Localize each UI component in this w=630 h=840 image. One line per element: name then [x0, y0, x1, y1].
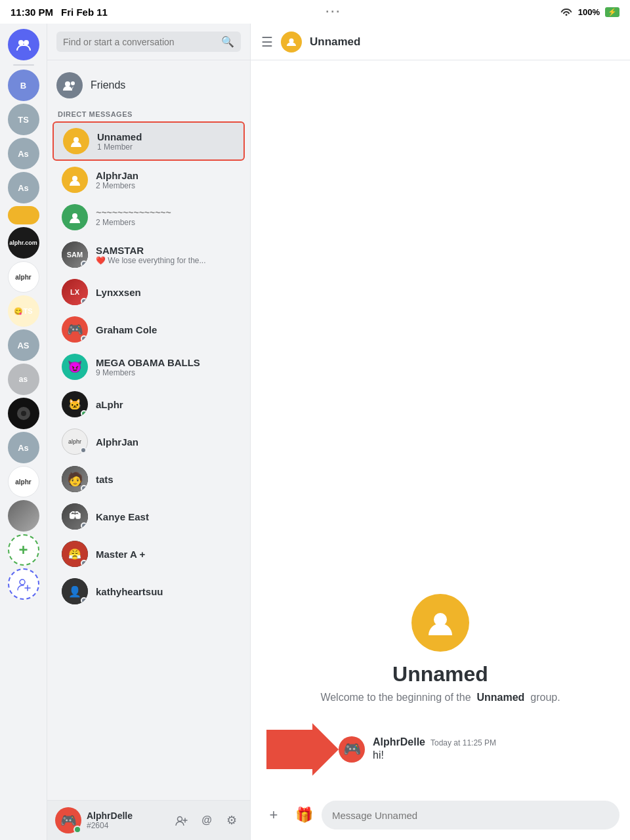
add-attachment-btn[interactable]: + — [261, 803, 286, 828]
dm-item-squiggly[interactable]: ~~~~~~~~~~~~~~ 2 Members — [52, 199, 245, 236]
dm-avatar-alphr: 🐱 — [62, 391, 88, 417]
server-icon-alphr2[interactable]: alphr — [8, 466, 39, 497]
dm-info-lynxxsen: Lynxxsen — [96, 287, 236, 298]
dm-sub-unnamed: 1 Member — [97, 142, 234, 152]
dm-name-unnamed: Unnamed — [97, 131, 234, 142]
dm-name-tats: tats — [96, 474, 236, 485]
server-icon-b[interactable]: B — [8, 70, 39, 101]
dm-sidebar: 🔍 Friends DIRECT MESSAGES — [47, 24, 251, 840]
svg-point-0 — [18, 40, 24, 45]
alphrjan2-offline-dot — [80, 447, 87, 453]
dm-avatar-samstar: SAM — [62, 242, 88, 268]
message-author: AlphrDelle — [373, 736, 425, 748]
sidebar-divider — [13, 64, 34, 66]
status-dots: ··· — [326, 5, 341, 19]
current-user-avatar: 🎮 — [55, 807, 81, 833]
friends-icon — [56, 72, 83, 98]
dm-sub-mega: 9 Members — [96, 368, 236, 377]
chat-welcome: Unnamed Welcome to the beginning of the … — [266, 568, 614, 723]
svg-point-1 — [24, 40, 29, 45]
svg-marker-15 — [266, 723, 339, 776]
chat-welcome-text: Welcome to the beginning of the Unnamed … — [320, 692, 560, 704]
user-friends-btn[interactable] — [171, 810, 192, 831]
dm-item-alphr[interactable]: 🐱 aLphr — [52, 386, 245, 423]
server-icon-emoji-ts[interactable]: 😋TS — [8, 295, 39, 327]
message-input[interactable] — [322, 801, 620, 830]
server-icon-ts[interactable]: TS — [8, 104, 39, 135]
friends-label: Friends — [91, 79, 125, 91]
dm-name-alphr: aLphr — [96, 399, 236, 410]
chat-message: 🎮 AlphrDelle Today at 11:25 PM hi! — [339, 734, 496, 765]
dm-section-header: DIRECT MESSAGES — [47, 105, 250, 121]
user-area: 🎮 AlphrDelle #2604 @ ⚙ — [47, 800, 250, 840]
server-icon-as3[interactable]: AS — [8, 329, 39, 361]
gift-btn[interactable]: 🎁 — [291, 803, 316, 828]
chat-header: ☰ Unnamed — [251, 24, 630, 60]
dm-info-graham: Graham Cole — [96, 324, 236, 335]
user-controls: @ ⚙ — [171, 810, 242, 831]
user-online-dot — [74, 826, 81, 833]
dm-sub-samstar: ❤️ We lose everything for the... — [96, 256, 236, 265]
current-user-info: AlphrDelle #2604 — [87, 810, 166, 830]
dm-item-kathy[interactable]: 👤 kathyheartsuu — [52, 573, 245, 610]
dm-name-mega: MEGA OBAMA BALLS — [96, 357, 236, 368]
user-mention-btn[interactable]: @ — [196, 810, 217, 831]
dm-info-kanye: Kanye East — [96, 511, 236, 522]
dm-avatar-squiggly — [62, 204, 88, 230]
status-date: Fri Feb 11 — [61, 7, 108, 18]
battery-label: 100% — [578, 7, 600, 17]
svg-point-2 — [20, 579, 25, 585]
dm-info-samstar: SAMSTAR ❤️ We lose everything for the... — [96, 245, 236, 265]
dm-item-samstar[interactable]: SAM SAMSTAR ❤️ We lose everything for th… — [52, 236, 245, 273]
server-icon-home[interactable] — [8, 29, 39, 60]
dm-item-mega[interactable]: 😈 MEGA OBAMA BALLS 9 Members — [52, 348, 245, 385]
dm-item-lynxxsen[interactable]: LX Lynxxsen — [52, 274, 245, 310]
dm-name-kathy: kathyheartsuu — [96, 586, 236, 597]
search-bar[interactable]: 🔍 — [56, 32, 241, 52]
app-container: B TS As As alphr.com alphr 😋TS AS as — [0, 24, 630, 840]
hamburger-menu-icon[interactable]: ☰ — [261, 34, 273, 50]
friends-item[interactable]: Friends — [47, 66, 250, 105]
dm-info-unnamed: Unnamed 1 Member — [97, 131, 234, 152]
dm-item-mastera[interactable]: 😤 Master A + — [52, 536, 245, 572]
dm-info-tats: tats — [96, 474, 236, 485]
lynxxsen-offline-dot — [81, 298, 87, 304]
dm-item-alphrjan2[interactable]: alphr AlphrJan — [52, 423, 245, 460]
dm-item-unnamed[interactable]: Unnamed 1 Member — [52, 121, 245, 161]
server-icon-as1[interactable]: As — [8, 138, 39, 169]
message-time: Today at 11:25 PM — [430, 738, 496, 747]
dm-info-alphrjan2: AlphrJan — [96, 436, 236, 448]
dm-avatar-graham: 🎮 — [62, 316, 88, 343]
dm-name-squiggly: ~~~~~~~~~~~~~~ — [96, 207, 236, 218]
server-icon-add[interactable]: + — [8, 534, 39, 566]
red-arrow-icon — [266, 723, 339, 776]
server-icon-as2[interactable]: As — [8, 172, 39, 203]
server-icon-record[interactable] — [8, 398, 39, 429]
graham-offline-dot — [81, 335, 87, 342]
server-sidebar: B TS As As alphr.com alphr 😋TS AS as — [0, 24, 47, 840]
server-icon-photo[interactable] — [8, 500, 39, 532]
server-icon-pill[interactable] — [8, 206, 39, 224]
dm-info-squiggly: ~~~~~~~~~~~~~~ 2 Members — [96, 207, 236, 227]
dm-item-tats[interactable]: 🧑 tats — [52, 461, 245, 497]
kathy-offline-dot — [81, 597, 87, 604]
search-input[interactable] — [63, 37, 216, 47]
dm-avatar-kanye: 🕶 — [62, 503, 88, 530]
server-icon-person-add[interactable] — [8, 568, 39, 600]
dm-name-alphrjan: AlphrJan — [96, 170, 236, 181]
status-bar: 11:30 PM Fri Feb 11 ··· 100% ⚡ — [0, 0, 630, 24]
dm-item-graham[interactable]: 🎮 Graham Cole — [52, 311, 245, 348]
server-icon-as5[interactable]: As — [8, 432, 39, 463]
svg-point-9 — [72, 213, 77, 219]
server-icon-alphr-dark[interactable]: alphr.com — [8, 227, 39, 259]
dm-item-alphrjan[interactable]: AlphrJan 2 Members — [52, 161, 245, 198]
samstar-offline-dot — [81, 261, 87, 267]
server-icon-alphr-text[interactable]: alphr — [8, 261, 39, 293]
search-icon: 🔍 — [221, 35, 234, 48]
current-user-tag: #2604 — [87, 821, 166, 830]
chat-header-avatar — [281, 32, 302, 52]
server-icon-as4[interactable]: as — [8, 364, 39, 395]
dm-avatar-unnamed — [63, 128, 89, 154]
user-settings-btn[interactable]: ⚙ — [221, 810, 242, 831]
dm-item-kanye[interactable]: 🕶 Kanye East — [52, 498, 245, 535]
